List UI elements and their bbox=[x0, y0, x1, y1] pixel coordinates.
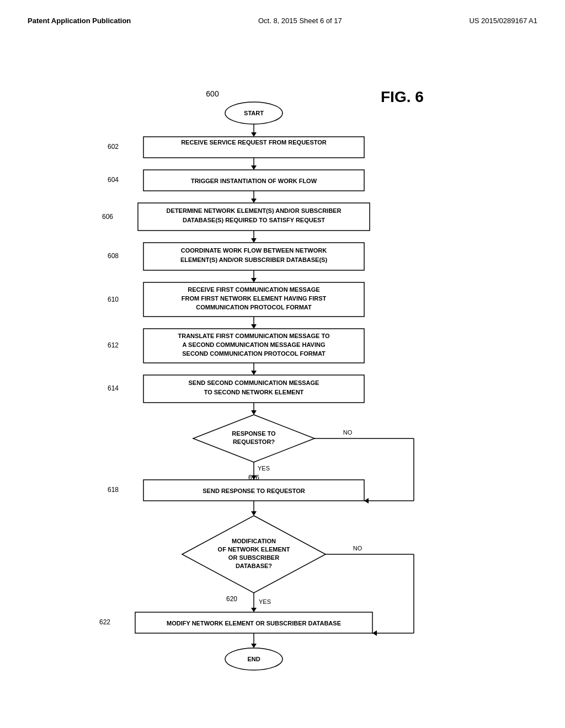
box-606-text2: DATABASE(S) REQUIRED TO SATISFY REQUEST bbox=[183, 217, 325, 223]
diamond-620-text2: OF NETWORK ELEMENT bbox=[218, 546, 290, 553]
diamond-616-text1: RESPONSE TO bbox=[232, 430, 276, 437]
step-id-608: 608 bbox=[108, 252, 119, 260]
box-614-text2: TO SECOND NETWORK ELEMENT bbox=[204, 389, 304, 395]
arrowhead-1 bbox=[251, 132, 257, 137]
arrowhead-2 bbox=[251, 165, 257, 170]
arrowhead-5 bbox=[251, 278, 257, 282]
step-id-610: 610 bbox=[108, 296, 119, 303]
box-610-text1: RECEIVE FIRST COMMUNICATION MESSAGE bbox=[188, 286, 319, 293]
step-id-614: 614 bbox=[108, 384, 119, 392]
step-id-604: 604 bbox=[108, 176, 119, 184]
diamond-620-text1: MODIFICATION bbox=[232, 538, 276, 544]
arrowhead-11 bbox=[251, 608, 257, 612]
end-label: END bbox=[247, 656, 260, 662]
arrowhead-no-616 bbox=[364, 498, 369, 504]
arrowhead-12 bbox=[251, 644, 257, 648]
box-612-text3: SECOND COMMUNICATION PROTOCOL FORMAT bbox=[182, 350, 326, 357]
box-604-text: TRIGGER INSTANTIATION OF WORK FLOW bbox=[191, 178, 317, 184]
box-606-text1: DETERMINE NETWORK ELEMENT(S) AND/OR SUBS… bbox=[167, 207, 342, 214]
box-614-text1: SEND SECOND COMMUNICATION MESSAGE bbox=[189, 379, 319, 386]
diamond-620-text3: OR SUBSCRIBER bbox=[228, 554, 279, 561]
flowchart-container: text { font-family: Arial, Helvetica, sa… bbox=[17, 47, 548, 722]
box-608-text2: ELEMENT(S) AND/OR SUBSCRIBER DATABASE(S) bbox=[180, 256, 328, 263]
header-center: Oct. 8, 2015 Sheet 6 of 17 bbox=[258, 17, 342, 25]
step-id-612: 612 bbox=[108, 341, 119, 349]
arrowhead-4 bbox=[251, 238, 257, 243]
arrowhead-no-620 bbox=[372, 630, 377, 636]
header-right: US 2015/0289167 A1 bbox=[469, 17, 537, 25]
page: Patent Application Publication Oct. 8, 2… bbox=[0, 0, 565, 728]
box-612-text1: TRANSLATE FIRST COMMUNICATION MESSAGE TO bbox=[178, 333, 330, 339]
diagram-id: 600 bbox=[206, 89, 219, 98]
yes-label-620: YES bbox=[259, 598, 271, 605]
figure-label: FIG. 6 bbox=[381, 88, 424, 105]
arrowhead-3 bbox=[251, 199, 257, 203]
page-header: Patent Application Publication Oct. 8, 2… bbox=[17, 11, 548, 36]
box-610-text2: FROM FIRST NETWORK ELEMENT HAVING FIRST bbox=[182, 295, 327, 302]
no-label-616: NO bbox=[343, 429, 353, 436]
arrowhead-10 bbox=[251, 511, 257, 516]
start-label: START bbox=[244, 110, 264, 116]
diamond-616-text2: REQUESTOR? bbox=[233, 438, 275, 445]
flowchart-svg: text { font-family: Arial, Helvetica, sa… bbox=[17, 47, 565, 720]
box-610-text3: COMMUNICATION PROTOCOL FORMAT bbox=[196, 304, 312, 311]
yes-label-616: YES bbox=[258, 465, 270, 472]
step-id-622: 622 bbox=[99, 618, 110, 626]
step-id-620: 620 bbox=[226, 595, 237, 603]
box-622-text: MODIFY NETWORK ELEMENT OR SUBSCRIBER DAT… bbox=[167, 620, 341, 627]
no-label-620: NO bbox=[353, 545, 363, 552]
step-id-602: 602 bbox=[108, 143, 119, 151]
box-608-text1: COORDINATE WORK FLOW BETWEEN NETWORK bbox=[181, 247, 327, 254]
box-602-text1: RECEIVE SERVICE REQUEST FROM REQUESTOR bbox=[181, 139, 327, 146]
diamond-620-text4: DATABASE? bbox=[236, 563, 272, 569]
box-618-text: SEND RESPONSE TO REQUESTOR bbox=[202, 488, 305, 494]
step-id-618: 618 bbox=[108, 486, 119, 494]
step-id-606: 606 bbox=[102, 213, 113, 221]
arrowhead-8 bbox=[251, 410, 257, 415]
arrowhead-7 bbox=[251, 371, 257, 375]
box-612-text2: A SECOND COMMUNICATION MESSAGE HAVING bbox=[183, 341, 326, 348]
header-left: Patent Application Publication bbox=[28, 17, 131, 25]
arrowhead-6 bbox=[251, 324, 257, 329]
